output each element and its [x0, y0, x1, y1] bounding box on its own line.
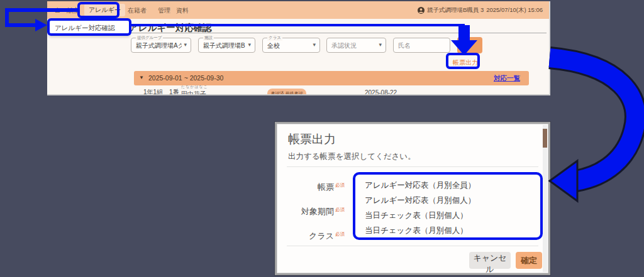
user-info[interactable]: 親子式調理場B職員 3 2025/07/10(木) 15:06 — [418, 6, 543, 14]
modal-divider-top — [287, 166, 538, 167]
chevron-down-icon[interactable]: ▾ — [379, 41, 382, 48]
required-mark: 必須 — [335, 207, 345, 212]
field-label-report: 帳票必須 — [287, 182, 345, 193]
filter-provider-group[interactable]: 提供グループ 親子式調理場Aグ... ▾ — [131, 38, 191, 53]
filter-name-placeholder: 氏名 — [398, 41, 411, 50]
caret-down-icon[interactable]: ▼ — [139, 75, 144, 80]
required-mark: 必須 — [335, 182, 345, 188]
modal-divider-bottom — [287, 246, 538, 246]
filter-class[interactable]: クラス 全校 ▾ — [262, 38, 320, 53]
annotation-line — [6, 8, 79, 12]
datetime: 2025/07/10(木) 15:06 — [486, 6, 543, 14]
chevron-down-icon[interactable]: ▾ — [248, 41, 251, 48]
filter-facility[interactable]: 施設 親子式調理場B ▾ — [198, 38, 255, 53]
nav-item-admin[interactable]: 管理 — [158, 6, 170, 15]
period-range: 2025-09-01 ~ 2025-09-30 — [148, 74, 223, 82]
row-date: 2025-08-22 — [365, 89, 397, 95]
annotation-arrowhead-down — [451, 40, 477, 55]
cancel-button[interactable]: キャンセル — [469, 252, 511, 269]
annotation-line — [131, 24, 465, 26]
user-name: 親子式調理場B職員 3 — [427, 6, 484, 14]
nav-item-enrolled[interactable]: 在籍者 — [128, 6, 147, 15]
field-label-class: クラス必須 — [287, 231, 345, 242]
filter-approval-placeholder: 承認状況 — [331, 41, 357, 50]
modal-scrollbar-thumb[interactable] — [543, 129, 547, 148]
filter-class-value: 全校 — [267, 41, 280, 50]
row-student-name: 田中花子 — [181, 90, 206, 95]
row-class-number: 1年1組 1番 — [143, 88, 179, 95]
confirm-button[interactable]: 確定 — [516, 252, 542, 269]
app-header: ⌂ 献立 アレルギー 在籍者 管理 資料 親子式調理場B職員 3 2025/07… — [47, 1, 550, 19]
annotation-box-allergy-tab — [77, 2, 119, 18]
filter-facility-value: 親子式調理場B — [203, 41, 245, 50]
nav-item-materials[interactable]: 資料 — [176, 6, 189, 15]
filter-facility-label: 施設 — [203, 35, 214, 41]
modal-title: 帳票出力 — [288, 131, 336, 148]
row-status-badge: 承認済,最終承認 — [267, 89, 306, 95]
filter-name-input[interactable]: 氏名 — [393, 38, 450, 53]
row-furigana: たなかはなこ — [181, 84, 208, 90]
annotation-box-menu-item — [47, 18, 131, 36]
period-accordion[interactable]: ▼ 2025-09-01 ~ 2025-09-30 対応一覧 — [134, 71, 529, 85]
filter-provider-group-label: 提供グループ — [136, 35, 163, 41]
required-mark: 必須 — [335, 231, 345, 237]
annotation-line — [5, 23, 36, 27]
filter-provider-group-value: 親子式調理場Aグ... — [136, 41, 182, 50]
annotation-arrowhead-right — [35, 19, 47, 31]
field-label-period: 対象期間必須 — [287, 206, 345, 217]
filter-approval-status[interactable]: 承認状況 ▾ — [326, 38, 386, 53]
annotation-box-report-options — [353, 172, 543, 240]
modal-description: 出力する帳票を選択してください。 — [288, 151, 416, 162]
user-icon — [418, 7, 425, 14]
response-list-link[interactable]: 対応一覧 — [494, 74, 520, 83]
annotated-screenshot-canvas: ⌂ 献立 アレルギー 在籍者 管理 資料 親子式調理場B職員 3 2025/07… — [0, 0, 644, 277]
chevron-down-icon[interactable]: ▾ — [184, 41, 187, 48]
title-divider — [129, 33, 547, 33]
filter-class-label: クラス — [267, 35, 282, 41]
chevron-down-icon[interactable]: ▾ — [313, 41, 316, 48]
